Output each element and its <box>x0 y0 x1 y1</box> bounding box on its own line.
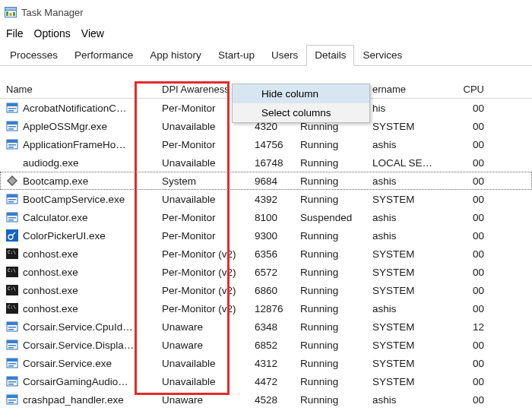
cell-name: AppleOSSMgr.exe <box>0 120 156 132</box>
cell-dpi: Per-Monitor (v2) <box>156 303 249 314</box>
cell-name: Corsair.Service.Displa… <box>0 339 156 351</box>
tab-users[interactable]: Users <box>263 45 306 66</box>
svg-rect-1 <box>5 8 17 11</box>
cell-cpu: 00 <box>442 340 503 351</box>
table-row[interactable]: Calculator.exePer-Monitor8100Suspendedas… <box>0 208 532 226</box>
cell-dpi: Unaware <box>156 340 249 351</box>
cell-status: Running <box>294 394 366 406</box>
cell-cpu: 12 <box>442 321 503 333</box>
cell-cpu: 00 <box>442 103 503 114</box>
cell-cpu: 00 <box>442 175 503 187</box>
cell-name: crashpad_handler.exe <box>0 393 156 406</box>
cell-dpi: Unavailable <box>156 157 249 169</box>
table-row[interactable]: ApplicationFrameHo…Per-Monitor14756Runni… <box>0 135 532 153</box>
cell-pid: 6356 <box>249 248 294 260</box>
cell-name: conhost.exe <box>0 302 156 314</box>
cell-pid: 4472 <box>249 376 294 387</box>
cell-name: BootCampService.exe <box>0 193 156 205</box>
cell-user: SYSTEM <box>366 194 442 205</box>
tab-details[interactable]: Details <box>306 45 354 66</box>
cell-status: Running <box>294 139 366 150</box>
cell-name: AcrobatNotificationC… <box>0 102 156 114</box>
process-name: Corsair.Service.exe <box>23 358 112 369</box>
process-icon <box>6 339 18 351</box>
process-icon <box>6 393 18 406</box>
cell-cpu: 00 <box>442 230 503 242</box>
process-icon <box>6 229 18 242</box>
menu-options[interactable]: Options <box>34 27 71 39</box>
table-row[interactable]: Corsair.Service.exeUnavailable4312Runnin… <box>0 354 532 372</box>
tab-processes[interactable]: Processes <box>2 45 66 66</box>
tab-performance[interactable]: Performance <box>66 45 141 66</box>
cell-user: ashis <box>366 139 442 150</box>
table-row[interactable]: conhost.exePer-Monitor (v2)6860RunningSY… <box>0 281 532 299</box>
process-icon <box>6 102 18 114</box>
process-name: Corsair.Service.Displa… <box>23 340 134 351</box>
cell-dpi: Per-Monitor <box>156 212 249 223</box>
cell-dpi: Per-Monitor <box>156 230 249 242</box>
cell-user: SYSTEM <box>366 267 442 278</box>
table-row[interactable]: conhost.exePer-Monitor (v2)12876Runninga… <box>0 299 532 317</box>
cell-pid: 14756 <box>249 139 294 150</box>
cell-status: Running <box>294 340 366 351</box>
cell-user: ashis <box>366 212 442 223</box>
cell-user: SYSTEM <box>366 121 442 132</box>
cell-dpi: Per-Monitor (v2) <box>156 267 249 278</box>
process-icon <box>6 175 18 187</box>
table-row[interactable]: conhost.exePer-Monitor (v2)6572RunningSY… <box>0 263 532 281</box>
cell-user: SYSTEM <box>366 376 442 387</box>
table-row[interactable]: ColorPickerUI.exePer-Monitor9300Runninga… <box>0 226 532 245</box>
cell-name: Calculator.exe <box>0 211 156 223</box>
menu-bar: File Options View <box>0 24 532 44</box>
table-row[interactable]: conhost.exePer-Monitor (v2)6356RunningSY… <box>0 245 532 263</box>
column-header-username[interactable]: ername <box>366 84 442 98</box>
cell-dpi: Unavailable <box>156 194 249 205</box>
tab-services[interactable]: Services <box>354 45 410 66</box>
process-icon <box>6 211 18 223</box>
process-name: conhost.exe <box>23 285 78 296</box>
table-row[interactable]: Corsair.Service.CpuId…Unaware6348Running… <box>0 317 532 336</box>
cell-user: SYSTEM <box>366 285 442 296</box>
cell-cpu: 00 <box>442 376 503 387</box>
cell-user: ashis <box>366 230 442 242</box>
task-manager-icon <box>5 6 17 18</box>
process-icon <box>6 120 18 132</box>
table-row[interactable]: CorsairGamingAudio…Unavailable4472Runnin… <box>0 372 532 390</box>
tab-app-history[interactable]: App history <box>141 45 210 66</box>
column-header-name[interactable]: Name <box>0 84 156 98</box>
cell-cpu: 00 <box>442 248 503 260</box>
cell-status: Running <box>294 376 366 387</box>
cell-cpu: 00 <box>442 212 503 223</box>
menu-file[interactable]: File <box>6 27 24 39</box>
cell-cpu: 00 <box>442 285 503 296</box>
table-row[interactable]: Corsair.Service.Displa…Unaware6852Runnin… <box>0 336 532 354</box>
cell-user: SYSTEM <box>366 321 442 333</box>
process-name: audiodg.exe <box>23 157 79 169</box>
cell-user: ashis <box>366 303 442 314</box>
process-icon <box>6 321 18 333</box>
cell-pid: 6572 <box>249 267 294 278</box>
cell-name: conhost.exe <box>0 266 156 278</box>
column-header-cpu[interactable]: CPU <box>442 84 503 98</box>
cell-status: Running <box>294 157 366 169</box>
table-row[interactable]: Bootcamp.exeSystem9684Runningashis00 <box>0 172 532 190</box>
process-name: ApplicationFrameHo… <box>23 139 126 150</box>
table-row[interactable]: BootCampService.exeUnavailable4392Runnin… <box>0 190 532 208</box>
process-name: AcrobatNotificationC… <box>23 103 127 114</box>
context-menu-hide-column[interactable]: Hide column <box>233 84 369 103</box>
table-row[interactable]: crashpad_handler.exeUnaware4528Runningas… <box>0 390 532 409</box>
cell-status: Running <box>294 358 366 369</box>
menu-view[interactable]: View <box>81 27 104 39</box>
table-row[interactable]: audiodg.exeUnavailable16748RunningLOCAL … <box>0 153 532 172</box>
cell-pid: 9300 <box>249 230 294 242</box>
cell-dpi: Per-Monitor (v2) <box>156 248 249 260</box>
context-menu-select-columns[interactable]: Select columns <box>233 103 369 122</box>
cell-cpu: 00 <box>442 394 503 406</box>
cell-name: CorsairGamingAudio… <box>0 375 156 387</box>
process-name: conhost.exe <box>23 248 78 260</box>
cell-pid: 12876 <box>249 303 294 314</box>
process-name: Bootcamp.exe <box>23 175 88 187</box>
tab-start-up[interactable]: Start-up <box>210 45 263 66</box>
process-icon <box>6 138 18 150</box>
cell-status: Running <box>294 267 366 278</box>
